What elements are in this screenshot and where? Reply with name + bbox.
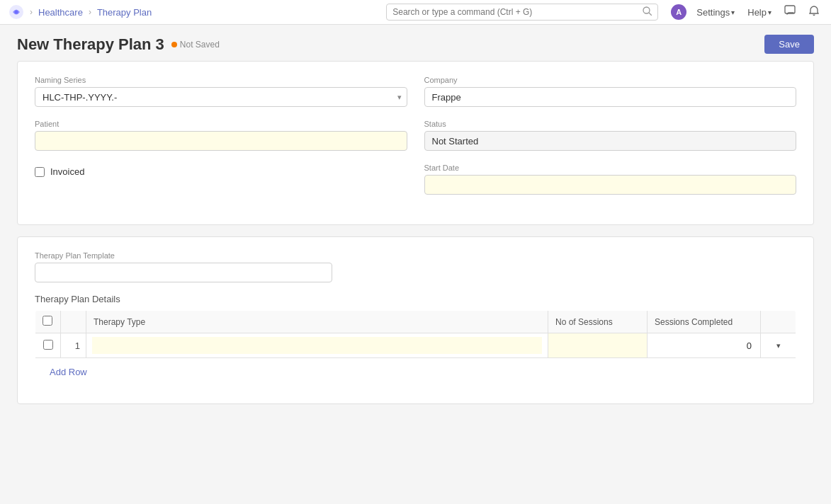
save-button[interactable]: Save	[764, 35, 814, 54]
breadcrumb-healthcare[interactable]: Healthcare	[38, 7, 83, 18]
status-value: Not Started	[424, 131, 797, 151]
main-form-card: Naming Series HLC-THP-.YYYY.- ▾ Company …	[17, 61, 814, 225]
help-button[interactable]: Help ▾	[745, 6, 774, 19]
start-date-input[interactable]	[424, 175, 797, 195]
row-1-no-of-sessions-cell	[548, 333, 648, 358]
notification-icon-button[interactable]	[805, 4, 822, 21]
row-1-checkbox[interactable]	[43, 340, 53, 350]
col-header-therapy-type: Therapy Type	[86, 311, 548, 333]
settings-button[interactable]: Settings ▾	[694, 6, 737, 19]
select-all-checkbox[interactable]	[43, 316, 52, 326]
invoiced-checkbox-row: Invoiced	[35, 166, 407, 177]
table-header-row: Therapy Type No of Sessions Sessions Com…	[35, 311, 796, 333]
row-1-therapy-type-cell	[86, 333, 548, 358]
page-title: New Therapy Plan 3	[17, 35, 164, 54]
topnav: › Healthcare › Therapy Plan A Settings ▾…	[0, 0, 831, 25]
row-1-actions-cell: ▾	[761, 333, 796, 358]
start-date-label: Start Date	[424, 164, 797, 172]
patient-field: Patient	[35, 120, 407, 151]
invoiced-label: Invoiced	[50, 166, 84, 177]
naming-series-select[interactable]: HLC-THP-.YYYY.-	[35, 87, 407, 107]
therapy-plan-card: Therapy Plan Template Therapy Plan Detai…	[17, 236, 814, 404]
col-header-actions	[761, 311, 796, 333]
search-input[interactable]	[392, 7, 640, 17]
row-1-dropdown-button[interactable]: ▾	[774, 340, 784, 352]
therapy-plan-template-section: Therapy Plan Template	[35, 251, 796, 282]
search-bar	[386, 4, 658, 21]
row-1-idx: 1	[61, 333, 86, 358]
search-icon	[643, 6, 652, 18]
svg-line-3	[649, 13, 652, 16]
patient-label: Patient	[35, 120, 407, 128]
col-header-num	[61, 311, 86, 333]
row-1-check-cell	[35, 333, 61, 358]
invoiced-field: Invoiced	[35, 164, 407, 177]
naming-series-select-wrapper: HLC-THP-.YYYY.- ▾	[35, 87, 407, 107]
breadcrumb-sep-1: ›	[30, 7, 33, 17]
page-header: New Therapy Plan 3 Not Saved Save	[0, 25, 831, 61]
add-row-row: Add Row	[35, 358, 796, 386]
table-row: 1 0 ▾	[35, 333, 796, 358]
company-input[interactable]	[424, 87, 797, 107]
start-date-field: Start Date	[424, 164, 797, 195]
help-caret-icon: ▾	[768, 8, 771, 16]
patient-input[interactable]	[35, 131, 407, 151]
app-logo	[9, 4, 24, 20]
add-row-button[interactable]: Add Row	[41, 361, 96, 383]
col-header-check	[35, 311, 61, 333]
row-patient-status: Patient Status Not Started	[35, 120, 796, 151]
company-label: Company	[424, 76, 797, 84]
company-field: Company	[424, 76, 797, 107]
status-field: Status Not Started	[424, 120, 797, 151]
col-header-no-of-sessions: No of Sessions	[548, 311, 648, 333]
add-row-cell: Add Row	[35, 358, 796, 386]
therapy-plan-details-section: Therapy Plan Details Therapy Type No of …	[35, 294, 796, 386]
therapy-plan-details-label: Therapy Plan Details	[35, 294, 796, 304]
therapy-plan-table: Therapy Type No of Sessions Sessions Com…	[35, 310, 796, 386]
page-title-area: New Therapy Plan 3 Not Saved	[17, 35, 220, 54]
status-label: Status	[424, 120, 797, 128]
breadcrumb-sep-2: ›	[89, 7, 91, 17]
col-header-sessions-completed: Sessions Completed	[648, 311, 761, 333]
avatar: A	[671, 4, 686, 20]
not-saved-label: Not Saved	[180, 40, 220, 50]
row-naming-company: Naming Series HLC-THP-.YYYY.- ▾ Company	[35, 76, 796, 107]
naming-series-field: Naming Series HLC-THP-.YYYY.- ▾	[35, 76, 407, 107]
row-1-therapy-type-input[interactable]	[92, 337, 542, 354]
svg-point-1	[15, 11, 18, 14]
breadcrumb-therapy-plan[interactable]: Therapy Plan	[97, 7, 152, 18]
naming-series-label: Naming Series	[35, 76, 407, 84]
unsaved-dot-icon	[171, 42, 177, 47]
content-area: Naming Series HLC-THP-.YYYY.- ▾ Company …	[0, 61, 831, 433]
invoiced-checkbox[interactable]	[35, 167, 45, 177]
therapy-plan-template-input[interactable]	[35, 263, 332, 282]
therapy-plan-template-label: Therapy Plan Template	[35, 251, 796, 260]
row-invoiced-startdate: Invoiced Start Date	[35, 164, 796, 195]
row-1-sessions-completed-cell: 0	[648, 333, 761, 358]
not-saved-badge: Not Saved	[171, 40, 220, 50]
settings-caret-icon: ▾	[731, 8, 735, 16]
topnav-right: A Settings ▾ Help ▾	[671, 4, 822, 21]
chat-icon-button[interactable]	[781, 4, 798, 21]
row-1-sessions-completed-value: 0	[747, 340, 752, 351]
